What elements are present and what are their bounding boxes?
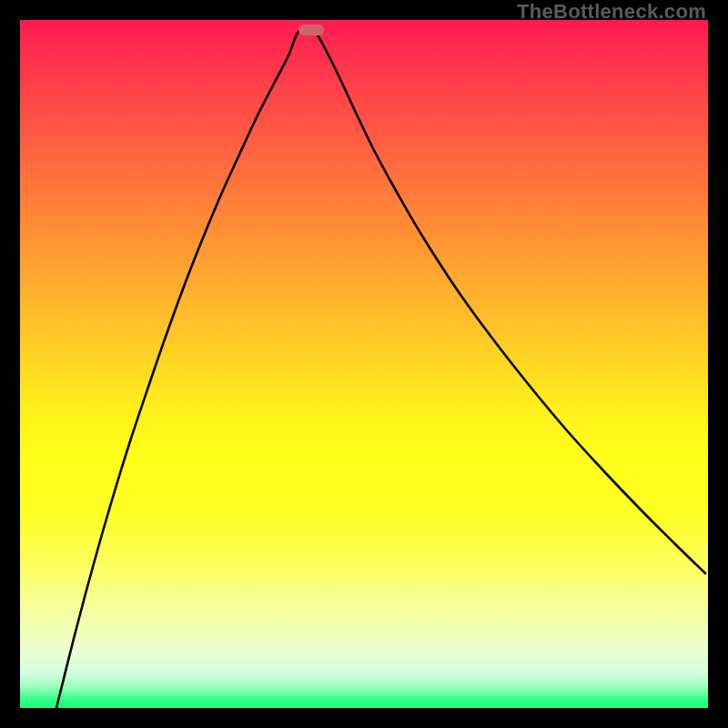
watermark-text: TheBottleneck.com	[517, 0, 706, 24]
gradient-background	[20, 20, 708, 708]
min-marker	[298, 25, 324, 35]
chart-area	[20, 20, 708, 708]
